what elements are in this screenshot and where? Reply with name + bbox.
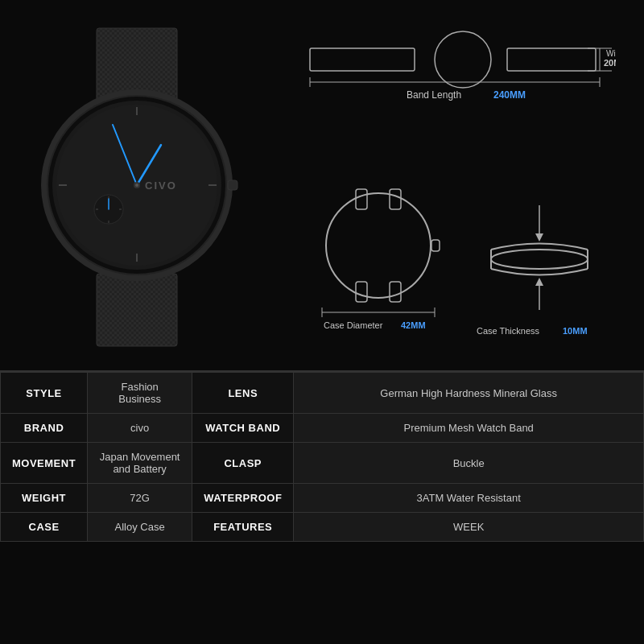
spec-value-1: civo xyxy=(88,414,192,443)
svg-marker-53 xyxy=(535,233,543,242)
spec-label-1: CASE xyxy=(1,513,88,542)
spec-label-2: WATERPROOF xyxy=(192,484,294,513)
diagram-panel: Wide 20MM Band Length 240MM xyxy=(274,0,644,370)
spec-label-1: WEIGHT xyxy=(1,484,88,513)
svg-text:240MM: 240MM xyxy=(493,89,526,101)
watch-svg: CIVO xyxy=(20,20,254,350)
spec-value-1: Alloy Case xyxy=(88,513,192,542)
svg-text:42MM: 42MM xyxy=(401,320,426,330)
svg-rect-44 xyxy=(356,282,367,302)
spec-value-2: WEEK xyxy=(294,513,644,542)
spec-label-1: BRAND xyxy=(1,414,88,443)
svg-point-41 xyxy=(326,193,431,298)
svg-rect-46 xyxy=(431,240,440,251)
svg-rect-43 xyxy=(390,189,401,209)
spec-value-1: Japan Movement and Battery xyxy=(88,443,192,484)
specs-table-section: STYLE Fashion Business LENS German High … xyxy=(0,370,644,542)
svg-text:Case Diameter: Case Diameter xyxy=(324,320,383,330)
svg-text:Wide: Wide xyxy=(606,49,616,58)
spec-value-1: Fashion Business xyxy=(88,373,192,414)
svg-text:Case Thickness: Case Thickness xyxy=(477,326,540,336)
svg-rect-6 xyxy=(97,274,177,346)
svg-point-29 xyxy=(435,31,491,88)
svg-rect-12 xyxy=(228,180,237,190)
table-row: WEIGHT 72G WATERPROOF 3ATM Water Resista… xyxy=(1,484,644,513)
svg-rect-28 xyxy=(310,48,415,71)
svg-rect-45 xyxy=(390,282,401,302)
spec-value-1: 72G xyxy=(88,484,192,513)
svg-text:10MM: 10MM xyxy=(563,326,588,336)
specs-table: STYLE Fashion Business LENS German High … xyxy=(0,372,644,542)
spec-label-2: FEATURES xyxy=(192,513,294,542)
table-row: BRAND civo WATCH BAND Premium Mesh Watch… xyxy=(1,414,644,443)
top-section: CIVO xyxy=(0,0,644,370)
spec-label-1: STYLE xyxy=(1,373,88,414)
svg-rect-42 xyxy=(356,189,367,209)
spec-value-2: Buckle xyxy=(294,443,644,484)
spec-label-1: MOVEMENT xyxy=(1,443,88,484)
svg-text:CIVO: CIVO xyxy=(145,180,177,192)
case-side-diagram: Case Thickness 10MM xyxy=(475,193,604,354)
band-diagram-svg: Wide 20MM Band Length 240MM xyxy=(302,24,616,129)
spec-value-2: 3ATM Water Resistant xyxy=(294,484,644,513)
svg-text:Band Length: Band Length xyxy=(407,89,461,101)
table-row: STYLE Fashion Business LENS German High … xyxy=(1,373,644,414)
spec-label-2: LENS xyxy=(192,373,294,414)
case-front-diagram: Case Diameter 42MM xyxy=(314,177,443,338)
case-diagrams: Case Diameter 42MM xyxy=(298,177,620,354)
spec-value-2: German High Hardness Mineral Glass xyxy=(294,373,644,414)
table-row: MOVEMENT Japan Movement and Battery CLAS… xyxy=(1,443,644,484)
svg-point-56 xyxy=(491,250,588,269)
svg-marker-55 xyxy=(535,278,543,286)
spec-label-2: CLASP xyxy=(192,443,294,484)
table-row: CASE Alloy Case FEATURES WEEK xyxy=(1,513,644,542)
svg-point-27 xyxy=(135,184,138,187)
svg-text:20MM: 20MM xyxy=(604,58,616,68)
watch-image: CIVO xyxy=(16,16,258,354)
spec-label-2: WATCH BAND xyxy=(192,414,294,443)
band-diagram: Wide 20MM Band Length 240MM xyxy=(298,24,620,129)
watch-panel: CIVO xyxy=(0,0,274,370)
spec-value-2: Premium Mesh Watch Band xyxy=(294,414,644,443)
svg-rect-30 xyxy=(507,48,596,71)
